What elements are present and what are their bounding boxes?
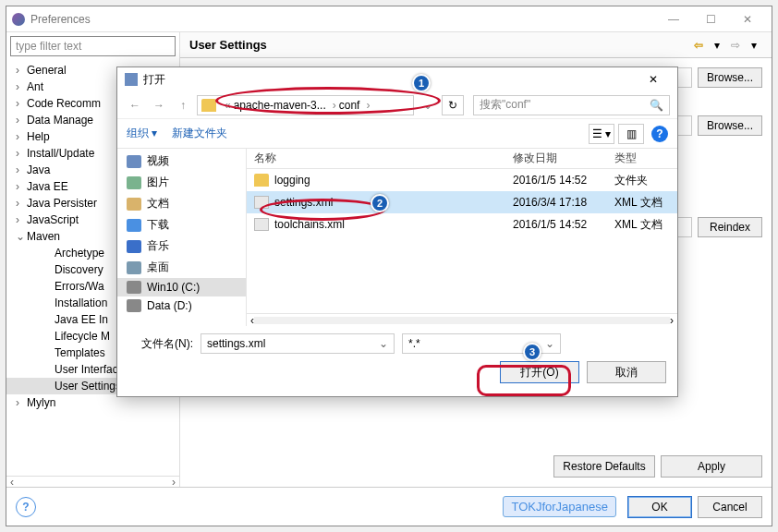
dialog-sidebar[interactable]: 视频图片文档下载音乐桌面Win10 (C:)Data (D:) (117, 149, 247, 326)
file-icon (254, 218, 269, 231)
apply-button[interactable]: Apply (661, 455, 762, 478)
chevron-icon: › (16, 197, 27, 210)
tree-label: Install/Update (27, 147, 94, 160)
breadcrumb-dropdown[interactable]: ⌄ (418, 95, 438, 115)
sidebar-item[interactable]: 图片 (117, 172, 246, 193)
dialog-icon (125, 73, 138, 86)
refresh-button[interactable]: ↻ (442, 95, 464, 115)
tree-label: Installation (55, 296, 107, 309)
chevron-icon: ⌄ (16, 230, 27, 243)
file-type: XML 文档 (607, 217, 677, 233)
breadcrumb[interactable]: «apache-maven-3... ›conf › (197, 95, 414, 115)
sidebar-item[interactable]: 文档 (117, 193, 246, 214)
crumb-segment[interactable]: conf (339, 99, 360, 112)
sidebar-item[interactable]: 视频 (117, 151, 246, 172)
search-icon: 🔍 (650, 99, 663, 112)
window-title: Preferences (30, 13, 91, 26)
annotation-badge-1: 1 (412, 74, 431, 92)
column-headers: 名称 修改日期 类型 (247, 149, 677, 169)
nav-fwd-icon[interactable]: ⇨ (727, 37, 744, 54)
sidebar-item[interactable]: Win10 (C:) (117, 278, 246, 296)
file-row[interactable]: settings.xml2016/3/4 17:18XML 文档 (247, 191, 677, 213)
sidebar-item[interactable]: 下载 (117, 214, 246, 236)
browse-global-button[interactable]: Browse... (698, 67, 762, 88)
dialog-close-button[interactable]: ✕ (637, 69, 670, 90)
reindex-button[interactable]: Reindex (698, 217, 762, 237)
file-name: logging (274, 174, 310, 187)
dialog-navbar: ← → ↑ «apache-maven-3... ›conf › ⌄ ↻ 搜索"… (117, 91, 677, 119)
drive-icon (127, 299, 141, 312)
chevron-down-icon[interactable]: ⌄ (379, 337, 388, 350)
nav-forward-button[interactable]: → (149, 95, 169, 115)
tree-label: Java EE (27, 180, 68, 193)
dialog-toolbar: 组织 ▾ 新建文件夹 ☰ ▾ ▥ ? (117, 119, 677, 149)
nav-up-button[interactable]: ↑ (173, 95, 193, 115)
tree-label: JavaScript (27, 213, 79, 226)
help-icon[interactable]: ? (651, 126, 668, 142)
tree-label: Java (27, 163, 50, 176)
filter-input[interactable]: type filter text (10, 36, 176, 56)
preview-pane-button[interactable]: ▥ (618, 124, 644, 144)
tree-label: Lifecycle M (55, 330, 110, 343)
ok-button[interactable]: OK (627, 496, 692, 518)
chevron-down-icon[interactable]: ⌄ (545, 337, 554, 350)
nav-fwd-menu[interactable]: ▾ (746, 37, 762, 54)
chevron-icon: › (16, 80, 27, 93)
sidebar-item[interactable]: 桌面 (117, 257, 246, 278)
col-name[interactable]: 名称 (247, 151, 505, 166)
tree-label: Help (27, 130, 50, 143)
tree-hscroll[interactable]: ‹ › (6, 476, 179, 487)
sidebar-label: 视频 (147, 153, 169, 169)
restore-defaults-button[interactable]: Restore Defaults (553, 455, 655, 478)
cancel-dialog-button[interactable]: 取消 (587, 361, 666, 383)
new-folder-button[interactable]: 新建文件夹 (172, 126, 227, 141)
view-options-button[interactable]: ☰ ▾ (589, 124, 614, 144)
chevron-icon: › (16, 163, 27, 176)
browse-user-button[interactable]: Browse... (698, 115, 762, 136)
tree-label: User Settings (55, 380, 121, 393)
list-hscroll[interactable]: ‹› (247, 313, 677, 326)
filename-input[interactable]: settings.xml⌄ (201, 333, 395, 354)
file-name: settings.xml (274, 196, 333, 209)
help-button[interactable]: ? (16, 497, 36, 517)
open-button[interactable]: 打开(O) (500, 361, 579, 383)
search-input[interactable]: 搜索"conf" 🔍 (473, 95, 670, 115)
col-type[interactable]: 类型 (607, 151, 677, 166)
close-button[interactable]: ✕ (729, 8, 766, 30)
preferences-footer: ? TOKJforJapanese OK Cancel (6, 487, 772, 526)
sidebar-item[interactable]: Data (D:) (117, 296, 246, 315)
folder-icon (254, 174, 269, 187)
file-row[interactable]: toolchains.xml2016/1/5 14:52XML 文档 (247, 213, 677, 236)
dl-icon (127, 219, 141, 232)
tree-label: Discovery (55, 263, 103, 276)
doc-icon (127, 198, 141, 211)
sidebar-item[interactable]: 音乐 (117, 236, 246, 257)
scroll-right-icon[interactable]: › (670, 314, 674, 327)
file-date: 2016/1/5 14:52 (505, 174, 607, 187)
file-row[interactable]: logging2016/1/5 14:52文件夹 (247, 169, 677, 191)
tree-label: Archetype (55, 247, 104, 260)
scroll-left-icon[interactable]: ‹ (6, 476, 18, 489)
file-type: XML 文档 (607, 195, 677, 211)
search-placeholder: 搜索"conf" (480, 97, 530, 113)
minimize-button[interactable]: — (655, 8, 692, 30)
maximize-button[interactable]: ☐ (692, 8, 729, 30)
scroll-right-icon[interactable]: › (168, 476, 179, 489)
video-icon (127, 155, 141, 168)
music-icon (127, 240, 141, 253)
file-type: 文件夹 (607, 173, 677, 188)
tree-label: User Interface (55, 363, 124, 376)
col-date[interactable]: 修改日期 (505, 151, 607, 166)
chevron-icon: › (16, 130, 27, 143)
eclipse-icon (12, 13, 25, 26)
preferences-header: User Settings ⇦▾ ⇨▾ (180, 32, 772, 58)
nav-back-icon[interactable]: ⇦ (690, 37, 707, 54)
filename-label: 文件名(N): (128, 336, 193, 352)
nav-back-menu[interactable]: ▾ (709, 37, 725, 54)
cancel-button[interactable]: Cancel (698, 496, 762, 518)
sidebar-label: 文档 (147, 196, 169, 212)
nav-back-button[interactable]: ← (125, 95, 145, 115)
crumb-segment[interactable]: apache-maven-3... (234, 99, 326, 112)
organize-menu[interactable]: 组织 ▾ (127, 126, 157, 141)
sidebar-label: 桌面 (147, 260, 169, 275)
